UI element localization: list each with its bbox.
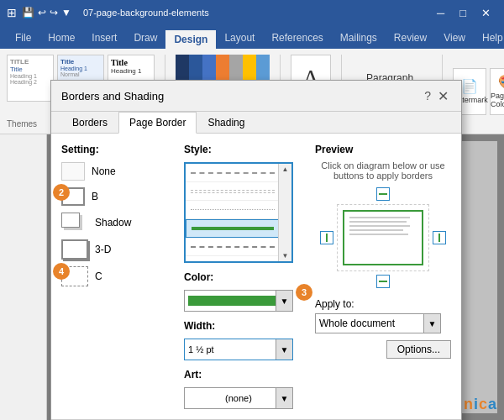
dialog-title: Borders and Shading (61, 90, 164, 102)
tab-home[interactable]: Home (39, 29, 83, 49)
tab-mailings[interactable]: Mailings (332, 29, 386, 49)
title-bar-left: ⊞ 💾 ↩ ↪ ▼ 07-page-background-elements (7, 6, 209, 19)
undo-icon[interactable]: ↩ (38, 7, 46, 18)
style-scrollbar[interactable]: ▲ ▼ (278, 164, 291, 261)
setting-shadow[interactable]: Shadow (61, 213, 171, 233)
tab-borders[interactable]: Borders (61, 112, 118, 134)
dropdown-icon[interactable]: ▼ (61, 7, 71, 18)
dialog-body: Setting: None B 2 Shadow (51, 134, 461, 419)
art-dropdown-arrow[interactable]: ▼ (276, 388, 292, 408)
style-line-dashed1[interactable] (186, 164, 291, 182)
color-dropdown-arrow[interactable]: ▼ (276, 291, 292, 311)
apply-to-section: Apply to: Whole document ▼ Options... (315, 298, 451, 359)
none-label: None (92, 165, 116, 177)
ribbon-tabs: File Home Insert Draw Design Layout Refe… (0, 25, 504, 49)
color-swatch (188, 296, 289, 306)
preview-left-button[interactable] (320, 231, 333, 244)
tab-file[interactable]: File (7, 29, 39, 49)
preview-box (337, 204, 429, 271)
maximize-button[interactable]: □ (453, 5, 473, 21)
color-label: Color: (184, 271, 302, 283)
dialog-tabs: Borders Page Border Shading (51, 112, 461, 134)
preview-right-buttons (433, 231, 446, 244)
tab-shading[interactable]: Shading (197, 112, 255, 134)
threed-icon (61, 239, 88, 260)
preview-border-box[interactable] (343, 210, 423, 265)
threed-label: 3-D (95, 244, 111, 255)
scroll-down-arrow[interactable]: ▼ (282, 252, 289, 260)
borders-shading-dialog: Borders and Shading ? ✕ Borders Page Bor… (50, 80, 462, 420)
title-bar: ⊞ 💾 ↩ ↪ ▼ 07-page-background-elements ─ … (0, 0, 504, 25)
apply-dropdown-arrow[interactable]: ▼ (423, 314, 440, 333)
close-button[interactable]: ✕ (475, 5, 497, 21)
redo-icon[interactable]: ↪ (50, 7, 58, 18)
preview-middle-row (320, 204, 446, 271)
options-button[interactable]: Options... (386, 340, 451, 359)
tab-help[interactable]: Help (474, 29, 504, 49)
tab-design[interactable]: Design (165, 30, 216, 49)
style-line-dashed2[interactable] (186, 182, 291, 201)
preview-line-5 (349, 234, 408, 235)
unica-letter-n: n (464, 396, 474, 412)
setting-custom[interactable]: C 4 (61, 266, 171, 286)
save-icon[interactable]: 💾 (22, 7, 34, 18)
style-line-dotted[interactable] (186, 201, 291, 219)
apply-select[interactable]: Whole document ▼ (315, 313, 441, 333)
tab-layout[interactable]: Layout (216, 29, 263, 49)
quick-access: 💾 ↩ ↪ ▼ (22, 7, 71, 18)
unica-letter-a: a (488, 396, 497, 412)
style-line-dashdot[interactable] (186, 238, 291, 256)
badge-4: 4 (53, 263, 70, 280)
unica-letter-c: c (479, 396, 488, 412)
scroll-up-arrow[interactable]: ▲ (282, 165, 289, 173)
tab-draw[interactable]: Draw (125, 29, 165, 49)
tab-insert[interactable]: Insert (83, 29, 125, 49)
preview-description: Click on diagram below or use buttons to… (315, 160, 451, 181)
width-section: Width: 1 ½ pt ▼ (184, 320, 302, 360)
watermark-icon: 📄 (461, 78, 478, 94)
tab-view[interactable]: View (435, 29, 474, 49)
preview-line-3 (349, 225, 410, 227)
setting-none[interactable]: None (61, 162, 171, 181)
preview-line-2 (349, 221, 407, 223)
page-color-button[interactable]: 🎨 Page Color (490, 68, 504, 115)
badge-3: 3 (296, 284, 312, 301)
preview-bottom-buttons (320, 275, 446, 288)
tab-references[interactable]: References (263, 29, 331, 49)
art-section: Art: (none) ▼ (184, 369, 302, 409)
width-value: 1 ½ pt (188, 344, 218, 354)
tab-page-border[interactable]: Page Border (118, 112, 197, 134)
page-color-label: Page Color (491, 92, 504, 108)
style-line-solid-green[interactable] (186, 219, 291, 238)
art-select[interactable]: (none) ▼ (184, 387, 293, 409)
dialog-middle-panel: Style: ▲ ▼ (184, 144, 302, 409)
width-label: Width: (184, 320, 302, 332)
tab-review[interactable]: Review (386, 29, 435, 49)
setting-box[interactable]: B 2 (61, 187, 171, 206)
dialog-close-button[interactable]: ✕ (434, 87, 451, 104)
shadow-icon (61, 213, 88, 233)
art-value: (none) (225, 393, 252, 403)
preview-right-button[interactable] (433, 231, 446, 244)
color-select[interactable]: ▼ 3 (184, 290, 293, 312)
dialog-help-button[interactable]: ? (424, 89, 431, 102)
dialog-left-panel: Setting: None B 2 Shadow (61, 144, 171, 409)
none-icon (61, 162, 85, 181)
badge-2: 2 (53, 184, 70, 201)
width-select[interactable]: 1 ½ pt ▼ (184, 339, 293, 360)
sidebar (0, 134, 47, 420)
setting-3d[interactable]: 3-D (61, 239, 171, 260)
word-icon: ⊞ (7, 6, 17, 19)
style-dropdown[interactable]: ▲ ▼ (184, 162, 293, 263)
dialog-controls: ? ✕ (424, 87, 451, 104)
page-color-icon: 🎨 (498, 74, 504, 90)
preview-top-button[interactable] (376, 187, 390, 201)
preview-line-1 (349, 217, 410, 218)
width-dropdown-arrow[interactable]: ▼ (276, 339, 292, 360)
preview-content-lines (344, 212, 422, 240)
preview-left-buttons (320, 231, 333, 244)
title-controls: ─ □ ✕ (430, 5, 497, 21)
style-thumb-title[interactable]: TITLE Title Heading 1 Heading 2 (7, 55, 54, 102)
preview-bottom-button[interactable] (376, 275, 390, 288)
minimize-button[interactable]: ─ (430, 5, 451, 21)
